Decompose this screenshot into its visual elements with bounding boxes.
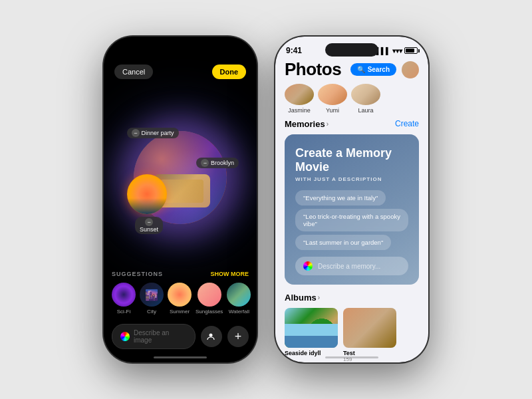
city-circle — [140, 283, 164, 307]
battery-icon — [404, 47, 418, 54]
home-indicator-1 — [154, 356, 207, 358]
person-laura[interactable]: Laura — [351, 84, 380, 114]
person-jasmine[interactable]: Jasmine — [285, 84, 314, 114]
cancel-button[interactable]: Cancel — [114, 65, 153, 79]
status-icons: ▌▌▌ ▾▾▾ — [376, 47, 418, 55]
battery-fill — [406, 49, 414, 53]
sunset-orb[interactable] — [127, 174, 167, 214]
waterfall-label: Waterfall — [229, 309, 249, 315]
phone1-screen: Cancel Done − Brooklyn — [104, 37, 257, 362]
describe-input[interactable]: Describe an image — [112, 324, 196, 349]
home-indicator-2 — [325, 356, 378, 358]
dinner-label: − Dinner party — [127, 128, 179, 138]
suggestions-header: SUGGESTIONS SHOW MORE — [112, 271, 249, 277]
suggestion-city[interactable]: City — [140, 283, 164, 315]
search-button[interactable]: 🔍 Search — [350, 63, 396, 76]
minus-brooklyn[interactable]: − — [201, 159, 209, 167]
yumi-avatar — [318, 84, 347, 105]
sunglasses-circle — [198, 283, 221, 307]
memory-input-placeholder: Describe a memory... — [318, 263, 380, 270]
album-seaside[interactable]: Seaside idyll 63 — [285, 308, 338, 362]
albums-row: Seaside idyll 63 Test 159 — [285, 308, 419, 362]
status-time: 9:41 — [286, 46, 302, 55]
phone2-header: Photos 🔍 Search — [275, 58, 428, 84]
orb-container: − Brooklyn − Dinner party − Sunset — [127, 121, 233, 234]
add-person-button[interactable] — [201, 326, 222, 347]
test-name: Test — [343, 350, 396, 356]
suggestion-summer[interactable]: Summer — [168, 283, 192, 315]
search-icon: 🔍 — [357, 66, 365, 73]
create-button[interactable]: Create — [395, 119, 419, 128]
memories-title-row: Memories › — [285, 119, 329, 129]
plus-button[interactable]: + — [227, 326, 249, 347]
memory-ai-icon — [303, 261, 313, 271]
dynamic-island-1 — [154, 43, 207, 57]
scifi-label: Sci-Fi — [117, 309, 130, 315]
phone1-main: − Brooklyn − Dinner party − Sunset — [104, 84, 257, 271]
header-actions: 🔍 Search — [350, 61, 419, 78]
seaside-name: Seaside idyll — [285, 350, 338, 356]
waterfall-circle — [227, 283, 251, 307]
suggestion-sunglasses[interactable]: Sunglasses — [196, 283, 223, 315]
seaside-thumbnail — [285, 308, 338, 348]
memory-quote-2[interactable]: "Leo trick-or-treating with a spooky vib… — [295, 209, 408, 231]
phone2-screen: 9:41 ▌▌▌ ▾▾▾ Photos 🔍 Search — [275, 37, 428, 362]
minus-sunset[interactable]: − — [145, 218, 153, 226]
scifi-circle — [112, 283, 136, 307]
memory-card-title: Create a Memory Movie — [295, 146, 408, 175]
brooklyn-label: − Brooklyn — [196, 158, 239, 168]
albums-title: Albums — [285, 293, 317, 303]
memory-card: Create a Memory Movie WITH JUST A DESCRI… — [285, 134, 419, 285]
people-row: Jasmine Yumi Laura — [275, 84, 428, 119]
suggestions-bar: SUGGESTIONS SHOW MORE Sci-Fi City Summer — [104, 271, 257, 320]
photos-title: Photos — [285, 59, 341, 80]
memory-card-subtitle: WITH JUST A DESCRIPTION — [295, 176, 408, 182]
phone-1: Cancel Done − Brooklyn — [104, 37, 257, 362]
sunset-label: − Sunset — [135, 217, 163, 234]
albums-section: Albums › Seaside idyll 63 Test 159 — [275, 289, 428, 362]
ai-icon — [120, 332, 130, 341]
memories-section: Memories › Create Create a Memory Movie … — [275, 119, 428, 289]
person-yumi[interactable]: Yumi — [318, 84, 347, 114]
memory-quotes: "Everything we ate in Italy" "Leo trick-… — [295, 190, 408, 250]
user-avatar[interactable] — [402, 61, 419, 78]
memories-title: Memories — [285, 119, 325, 129]
albums-header: Albums › — [285, 293, 419, 303]
dynamic-island-2 — [325, 43, 378, 57]
jasmine-avatar — [285, 84, 314, 105]
phones-container: Cancel Done − Brooklyn — [104, 37, 428, 362]
memory-quote-3[interactable]: "Last summer in our garden" — [295, 235, 391, 250]
city-label: City — [147, 309, 156, 315]
test-thumbnail — [343, 308, 396, 348]
memory-describe-input[interactable]: Describe a memory... — [295, 257, 408, 275]
summer-label: Summer — [170, 309, 190, 315]
suggestions-title: SUGGESTIONS — [112, 271, 163, 277]
laura-name: Laura — [358, 107, 373, 114]
jasmine-name: Jasmine — [288, 107, 311, 114]
suggestion-scifi[interactable]: Sci-Fi — [112, 283, 136, 315]
minus-dinner[interactable]: − — [132, 129, 140, 137]
laura-avatar — [351, 84, 380, 105]
albums-chevron: › — [318, 294, 320, 301]
memories-chevron: › — [327, 120, 329, 128]
phone-2: 9:41 ▌▌▌ ▾▾▾ Photos 🔍 Search — [275, 37, 428, 362]
memory-card-content: Create a Memory Movie WITH JUST A DESCRI… — [295, 146, 408, 275]
sunglasses-label: Sunglasses — [196, 309, 223, 315]
done-button[interactable]: Done — [212, 65, 247, 79]
memories-header: Memories › Create — [285, 119, 419, 129]
summer-circle — [168, 283, 192, 307]
albums-title-row: Albums › — [285, 293, 320, 303]
describe-placeholder: Describe an image — [134, 329, 187, 344]
memory-quote-1[interactable]: "Everything we ate in Italy" — [295, 190, 386, 205]
suggestions-row: Sci-Fi City Summer Sunglasses — [112, 283, 249, 315]
yumi-name: Yumi — [326, 107, 339, 114]
wifi-icon: ▾▾▾ — [392, 47, 402, 55]
svg-point-0 — [209, 334, 213, 337]
album-test[interactable]: Test 159 — [343, 308, 396, 362]
suggestion-waterfall[interactable]: Waterfall — [227, 283, 251, 315]
show-more-button[interactable]: SHOW MORE — [211, 271, 249, 277]
